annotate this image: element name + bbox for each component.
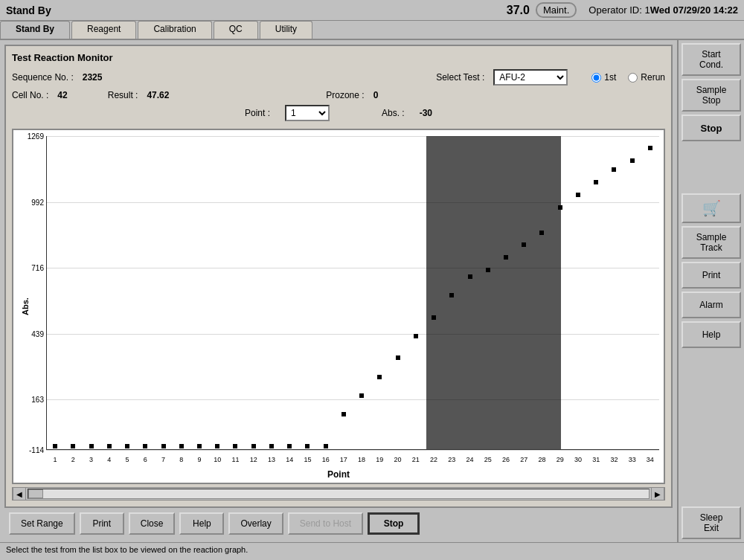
x-tick-label: 18: [358, 456, 365, 463]
radio-rerun[interactable]: [628, 73, 638, 83]
row-point: Point : 12345 Abs. : -30: [12, 105, 665, 121]
x-tick-label: 24: [466, 456, 474, 463]
x-tick-label: 10: [214, 456, 221, 463]
tab-standby[interactable]: Stand By: [0, 21, 70, 39]
chart-bg-white1: [46, 136, 426, 450]
x-tick-label: 21: [412, 456, 420, 463]
y-tick-label: 992: [31, 198, 44, 206]
x-tick-label: 32: [610, 456, 618, 463]
data-point: [125, 444, 129, 448]
x-tick-label: 17: [340, 456, 347, 463]
result-label: Result :: [108, 90, 138, 100]
y-tick-label: 716: [31, 264, 44, 272]
chart-container: Abs. 1269992716439163-114123456789101112…: [12, 129, 665, 484]
stop-button[interactable]: Stop: [368, 512, 420, 535]
right-sidebar: Start Cond. Sample Stop Stop 🛒 Sample Tr…: [677, 40, 744, 542]
start-cond-button[interactable]: Start Cond.: [682, 43, 741, 76]
data-point: [107, 444, 112, 448]
content-area: Test Reaction Monitor Sequence No. : 232…: [0, 40, 677, 542]
x-tick-label: 34: [647, 456, 654, 463]
data-point: [269, 444, 274, 448]
x-tick-label: 26: [502, 456, 510, 463]
tab-qc[interactable]: QC: [214, 21, 258, 39]
data-point: [287, 444, 292, 448]
close-button[interactable]: Close: [129, 512, 176, 535]
x-tick-label: 9: [197, 456, 201, 463]
sample-track-button[interactable]: Sample Track: [682, 226, 741, 259]
x-tick-label: 23: [448, 456, 455, 463]
sidebar-stop-button[interactable]: Stop: [682, 115, 741, 141]
data-point: [215, 444, 219, 448]
data-point: [377, 375, 382, 379]
send-to-host-button[interactable]: Send to Host: [288, 512, 363, 535]
gridline-h: [46, 334, 659, 335]
radio-rerun-label[interactable]: Rerun: [628, 72, 665, 83]
overlay-button[interactable]: Overlay: [228, 512, 283, 535]
data-point: [558, 205, 562, 210]
x-tick-label: 3: [89, 456, 93, 463]
data-point: [414, 334, 418, 338]
data-point: [432, 315, 436, 320]
point-dropdown[interactable]: 12345: [285, 105, 330, 121]
x-tick-label: 20: [394, 456, 402, 463]
data-point: [197, 444, 202, 448]
scrollbar-track[interactable]: [28, 489, 650, 499]
sequence-value: 2325: [83, 72, 103, 83]
data-point: [396, 355, 400, 360]
x-tick-label: 28: [538, 456, 545, 463]
scroll-right-btn[interactable]: ▶: [651, 487, 664, 501]
x-tick-label: 27: [520, 456, 527, 463]
set-range-button[interactable]: Set Range: [9, 512, 75, 535]
cell-label: Cell No. :: [12, 90, 48, 100]
select-test-label: Select Test :: [436, 72, 484, 83]
scrollbar-thumb[interactable]: [28, 489, 43, 498]
x-tick-label: 11: [231, 456, 239, 463]
data-point: [143, 444, 147, 448]
data-point: [233, 444, 237, 448]
prozone-label: Prozone :: [326, 90, 364, 100]
data-point: [53, 444, 57, 448]
data-point: [612, 167, 616, 172]
scroll-left-btn[interactable]: ◀: [13, 487, 26, 501]
status-text: Select the test from the list box to be …: [6, 545, 248, 554]
sequence-label: Sequence No. :: [12, 72, 74, 83]
data-point: [449, 293, 454, 297]
chart-bg-white2: [561, 136, 659, 450]
data-point: [594, 180, 598, 184]
abs-label: Abs. :: [382, 108, 405, 118]
app-title: Stand By: [6, 4, 507, 16]
result-value: 47.62: [147, 90, 169, 100]
sidebar-help-button[interactable]: Help: [682, 321, 741, 348]
x-tick-label: 13: [268, 456, 275, 463]
tab-reagent[interactable]: Reagent: [71, 21, 136, 39]
sidebar-print-button[interactable]: Print: [682, 262, 741, 289]
sample-stop-button[interactable]: Sample Stop: [682, 79, 741, 112]
radio-1st[interactable]: [591, 73, 601, 83]
select-test-dropdown[interactable]: AFU-2 ALB ALP ALT AMY: [493, 69, 568, 86]
x-tick-label: 33: [629, 456, 636, 463]
gridline-h: [46, 450, 659, 451]
x-tick-label: 25: [484, 456, 492, 463]
radio-1st-text: 1st: [604, 72, 616, 83]
temperature-value: 37.0: [507, 4, 530, 17]
tab-calibration[interactable]: Calibration: [138, 21, 211, 39]
x-tick-label: 29: [557, 456, 564, 463]
cart-icon-button[interactable]: 🛒: [682, 193, 741, 223]
bottom-buttons: Set Range Print Close Help Overlay Send …: [4, 508, 673, 538]
radio-1st-label[interactable]: 1st: [591, 72, 616, 83]
tab-utility[interactable]: Utility: [260, 21, 312, 39]
alarm-button[interactable]: Alarm: [682, 292, 741, 318]
sleep-exit-button[interactable]: Sleep Exit: [682, 506, 741, 539]
panel-title: Test Reaction Monitor: [12, 52, 665, 63]
y-tick-label: 1269: [28, 132, 44, 141]
x-tick-label: 12: [250, 456, 257, 463]
x-tick-label: 31: [592, 456, 600, 463]
data-point: [468, 274, 472, 279]
x-tick-label: 15: [304, 456, 311, 463]
x-tick-label: 8: [179, 456, 183, 463]
x-tick-label: 6: [144, 456, 147, 463]
x-tick-label: 16: [322, 456, 330, 463]
help-button[interactable]: Help: [179, 512, 224, 535]
print-button[interactable]: Print: [80, 512, 124, 535]
chart-x-label: Point: [13, 469, 664, 480]
